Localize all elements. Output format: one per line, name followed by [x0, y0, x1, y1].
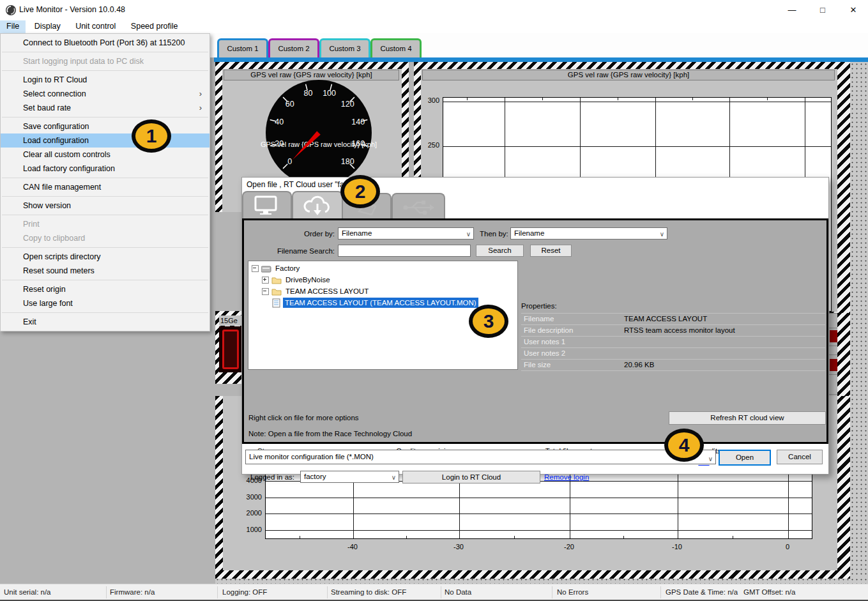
gear-panel-label: 15Ge [219, 316, 243, 326]
tab-rt-cloud[interactable] [292, 191, 343, 220]
speed-gauge: 0 20 40 60 80 100 120 140 160 180 GPS ve… [264, 79, 373, 187]
cancel-button[interactable]: Cancel [777, 450, 823, 464]
menu-item-login-rt-cloud[interactable]: Login to RT Cloud [1, 73, 209, 87]
then-by-select[interactable]: Filename ∨ [510, 227, 667, 240]
tab-custom-3[interactable]: Custom 3 [319, 38, 370, 57]
menu-item-reset-sound-meters[interactable]: Reset sound meters [1, 264, 209, 278]
menu-item-use-large-font[interactable]: Use large font [1, 296, 209, 310]
gauge-label-100: 100 [323, 89, 336, 98]
menu-item-show-version[interactable]: Show version [1, 199, 209, 213]
menubar-item-file[interactable]: File [0, 20, 26, 33]
cloud-download-icon [302, 195, 333, 217]
dotted-background-right [850, 62, 868, 583]
remove-login-link[interactable]: Remove login [544, 473, 589, 481]
collapse-icon[interactable] [262, 288, 269, 295]
logged-in-as-select[interactable]: factory ∨ [300, 471, 399, 483]
active-tab-strip [214, 57, 868, 62]
open-button[interactable]: Open [719, 450, 771, 466]
window-title: Live Monitor - Version 10.0.48 [19, 5, 125, 14]
maximize-button[interactable]: □ [813, 4, 832, 17]
open-file-dialog: Open file , RT Cloud user "fa [241, 177, 829, 475]
status-streaming: Streaming to disk: OFF [331, 588, 406, 596]
tree-item-root[interactable]: Factory [275, 263, 300, 273]
dialog-title: Open file , RT Cloud user "fa [247, 180, 344, 189]
menu-item-start-logging: Start logging input data to PC disk [1, 54, 209, 68]
menubar-item-display[interactable]: Display [28, 20, 67, 33]
then-by-label: Then by: [480, 230, 508, 238]
menu-separator [2, 70, 208, 71]
property-row: File size 20.96 KB [521, 360, 825, 371]
menu-item-copy-to-clipboard: Copy to clipboard [1, 231, 209, 245]
menu-item-set-baud-rate[interactable]: Set baud rate› [1, 101, 209, 115]
callout-2: 2 [340, 175, 380, 208]
menu-separator [2, 280, 208, 280]
close-button[interactable]: ✕ [844, 4, 863, 17]
chevron-down-icon: ∨ [660, 229, 664, 240]
order-by-select[interactable]: Filename ∨ [338, 227, 474, 240]
callout-3: 3 [469, 305, 508, 338]
gauge-label-140: 140 [351, 118, 365, 126]
menu-item-print: Print [1, 217, 209, 231]
bottom-chart-xtick--20: -20 [556, 543, 582, 551]
tab-custom-1[interactable]: Custom 1 [217, 38, 268, 57]
refresh-rt-cloud-button[interactable]: Refresh RT cloud view [669, 411, 826, 425]
minimize-button[interactable]: — [782, 4, 802, 17]
app-icon [5, 4, 17, 16]
tab-usb[interactable] [392, 193, 445, 220]
status-separator [441, 586, 441, 598]
search-button[interactable]: Search [476, 245, 524, 257]
callout-4: 4 [664, 429, 704, 462]
gauge-label-60: 60 [286, 100, 294, 109]
properties-table: Filename TEAM ACCESS LAYOUT File descrip… [521, 313, 825, 371]
status-gmt-offset: GMT Offset: n/a [743, 588, 795, 596]
drive-icon [261, 265, 271, 273]
menu-item-select-connection[interactable]: Select connection› [1, 87, 209, 101]
collapse-icon[interactable] [252, 265, 259, 272]
status-logging: Logging: OFF [222, 588, 267, 596]
reset-button[interactable]: Reset [530, 245, 572, 257]
filename-search-input[interactable] [338, 245, 471, 257]
bottom-chart-xtick--30: -30 [446, 543, 471, 551]
menu-item-can-file-management[interactable]: CAN file management [1, 180, 209, 194]
tree-item-folder[interactable]: DriveByNoise [286, 275, 330, 285]
menu-item-reset-origin[interactable]: Reset origin [1, 282, 209, 296]
menu-item-exit[interactable]: Exit [1, 315, 209, 329]
status-unit-serial: Unit serial: n/a [4, 588, 51, 596]
gauge-label-120: 120 [341, 100, 354, 109]
status-gps-datetime: GPS Date & Time: n/a [666, 588, 738, 596]
tree-item-folder[interactable]: TEAM ACCESS LAYOUT [286, 286, 369, 296]
menu-item-connect-bluetooth[interactable]: Connect to Bluetooth Port (Port 36) at 1… [1, 36, 209, 50]
dialog-note: Note: Open a file from the Race Technolo… [248, 430, 412, 437]
bottom-chart-ytick-1000: 1000 [241, 526, 262, 533]
status-separator [660, 586, 661, 598]
bottom-chart-xtick--10: -10 [664, 543, 690, 551]
bottom-chart-xtick-0: 0 [775, 543, 800, 551]
status-separator [552, 586, 552, 598]
menubar-item-speed-profile[interactable]: Speed profile [125, 20, 185, 33]
menu-item-save-configuration[interactable]: Save configuration [1, 119, 209, 133]
menu-item-load-configuration[interactable]: Load configuration [1, 133, 209, 148]
menu-separator [2, 312, 208, 313]
right-click-hint: Right click on file for more options [248, 414, 359, 422]
menu-item-open-scripts-directory[interactable]: Open scripts directory [1, 250, 209, 264]
menubar-item-unit-control[interactable]: Unit control [69, 20, 122, 33]
folder-icon [271, 287, 282, 296]
submenu-arrow-icon: › [199, 87, 202, 101]
dialog-main-panel: Order by: Filename ∨ Then by: Filename ∨… [242, 218, 828, 444]
status-data: No Data [445, 588, 471, 596]
login-rt-cloud-button[interactable]: Login to RT Cloud [402, 471, 540, 483]
menu-item-clear-custom-controls[interactable]: Clear all custom controls [1, 148, 209, 162]
top-chart-ytick-250: 250 [418, 141, 439, 149]
menu-separator [2, 247, 208, 248]
menu-item-load-factory-configuration[interactable]: Load factory configuration [1, 162, 209, 176]
expand-icon[interactable] [262, 277, 269, 284]
logged-in-as-label: Logged in as: [250, 473, 294, 481]
gear-panel: 15Ge [215, 311, 243, 384]
tree-item-selected-file[interactable]: TEAM ACCESS LAYOUT (TEAM ACCESS LAYOUT.M… [283, 298, 478, 308]
tab-custom-2[interactable]: Custom 2 [268, 38, 319, 57]
file-type-select[interactable]: Live monitor configuration file (*.MON) … [245, 450, 716, 464]
tab-local-files[interactable] [242, 191, 292, 220]
property-row: File description RTSS team access monito… [521, 325, 825, 337]
properties-header: Properties: [521, 302, 557, 310]
tab-custom-4[interactable]: Custom 4 [370, 38, 422, 57]
